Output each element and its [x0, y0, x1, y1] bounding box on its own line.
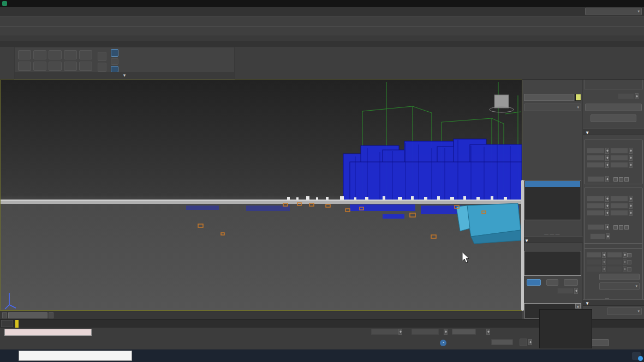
spinner[interactable] — [629, 196, 633, 202]
scroll-up-icon[interactable]: ▲ — [575, 304, 581, 309]
rot-y-from-field[interactable] — [587, 203, 605, 209]
x-coord-field[interactable] — [371, 329, 398, 335]
step-z-checkbox[interactable] — [624, 177, 629, 182]
spacing-spinner[interactable] — [635, 93, 639, 99]
viewport-display-header[interactable]: ▾ — [583, 299, 644, 306]
angle-y-checkbox[interactable] — [619, 225, 623, 230]
time-slider-handle[interactable] — [8, 312, 47, 318]
mini-curve-editor-icon[interactable] — [1, 320, 13, 327]
scale-x-from-field[interactable] — [586, 252, 601, 258]
spinner[interactable] — [605, 224, 609, 230]
stepping-angle-field[interactable] — [587, 224, 605, 230]
next-frame-button[interactable] — [49, 312, 53, 318]
maxscript-mini-listener[interactable] — [4, 329, 92, 336]
spacing-field[interactable] — [618, 93, 634, 99]
add-time-tag[interactable]: ◔ — [440, 340, 449, 346]
spinner[interactable] — [486, 329, 490, 335]
stack-item-coronascatter[interactable] — [525, 181, 580, 187]
step-y-checkbox[interactable] — [619, 177, 623, 182]
spinner[interactable] — [605, 196, 609, 202]
angle-x-checkbox[interactable] — [613, 225, 618, 230]
spinner[interactable] — [629, 148, 633, 154]
taskbar-search[interactable] — [19, 351, 132, 361]
spinner[interactable] — [444, 329, 448, 335]
no-map-button[interactable] — [599, 274, 640, 280]
spinner[interactable] — [623, 259, 627, 265]
ribbon-btn[interactable] — [98, 52, 106, 61]
spinner[interactable] — [602, 259, 606, 265]
prev-frame-button[interactable] — [2, 312, 7, 318]
stepping-distance-field[interactable] — [587, 176, 605, 182]
workspaces-dropdown[interactable]: ▾ — [585, 8, 642, 15]
spinner[interactable] — [605, 162, 609, 168]
scale-y-map-checkbox[interactable] — [627, 260, 631, 264]
objects-rollout-header[interactable]: ▾ — [522, 237, 583, 243]
trans-x-to-field[interactable] — [610, 148, 628, 154]
spinner[interactable] — [602, 252, 606, 258]
ribbon-btn[interactable] — [64, 62, 77, 71]
spinner[interactable] — [605, 176, 609, 182]
panel-scrollbar[interactable] — [521, 180, 524, 311]
trans-y-from-field[interactable] — [587, 155, 605, 161]
z-coord-field[interactable] — [452, 329, 476, 335]
rot-x-from-field[interactable] — [587, 196, 605, 202]
modifier-list-dropdown[interactable]: ▾ — [524, 104, 581, 111]
ribbon-btn[interactable] — [111, 58, 118, 65]
factor-field[interactable] — [557, 288, 574, 294]
scale-y-from-field[interactable] — [586, 259, 601, 265]
spinner[interactable] — [605, 148, 609, 154]
frame-number-field[interactable] — [491, 339, 513, 345]
spinner[interactable] — [606, 233, 610, 239]
distribute-objects-list[interactable] — [524, 251, 581, 276]
rot-x-to-field[interactable] — [610, 196, 628, 202]
ribbon-btn-highlight[interactable] — [111, 49, 118, 57]
trans-z-to-field[interactable] — [610, 162, 628, 168]
ribbon-btn[interactable] — [64, 50, 77, 59]
ribbon-btn[interactable] — [18, 50, 31, 59]
spinner[interactable] — [605, 210, 609, 216]
spinner[interactable] — [605, 155, 609, 161]
trans-y-to-field[interactable] — [610, 155, 628, 161]
notification-center-icon[interactable] — [632, 352, 641, 360]
rot-z-from-field[interactable] — [587, 210, 605, 216]
rot-y-to-field[interactable] — [610, 203, 628, 209]
ribbon-btn[interactable] — [49, 50, 62, 59]
spinner[interactable] — [398, 329, 402, 335]
panel-divider[interactable]: — — — — [544, 231, 559, 236]
scale-x-map-checkbox[interactable] — [627, 253, 631, 257]
spinner[interactable] — [629, 155, 633, 161]
ribbon-btn[interactable] — [33, 50, 46, 59]
ribbon-btn[interactable] — [98, 63, 106, 72]
convert-to-max-geometry-button[interactable] — [585, 104, 642, 111]
align-normal-field[interactable] — [590, 233, 605, 239]
trans-z-from-field[interactable] — [587, 162, 605, 168]
add-object-button[interactable] — [527, 279, 541, 286]
spinner[interactable] — [623, 266, 627, 272]
scale-y-to-field[interactable] — [607, 259, 622, 265]
object-color-swatch[interactable] — [575, 94, 581, 101]
viewport[interactable] — [0, 80, 522, 311]
step-x-checkbox[interactable] — [613, 177, 618, 182]
y-coord-field[interactable] — [412, 329, 439, 335]
scale-z-map-checkbox[interactable] — [627, 267, 631, 272]
scale-z-to-field[interactable] — [607, 266, 622, 272]
ribbon-btn[interactable] — [18, 62, 31, 71]
spinner[interactable] — [629, 210, 633, 216]
polygon-modeling-label[interactable]: ▾ — [15, 72, 234, 79]
ribbon-btn[interactable] — [49, 62, 62, 71]
key-mode-icon[interactable] — [520, 339, 527, 346]
map-mode-dropdown[interactable]: ▾ — [599, 282, 640, 290]
trans-x-from-field[interactable] — [587, 148, 605, 154]
ribbon-btn[interactable] — [79, 62, 92, 71]
current-frame-marker[interactable] — [15, 320, 19, 328]
scale-z-from-field[interactable] — [586, 266, 601, 272]
previz-type-dropdown[interactable]: ▾ — [607, 307, 642, 315]
factor-spinner[interactable] — [574, 288, 578, 294]
spinner[interactable] — [605, 203, 609, 209]
angle-z-checkbox[interactable] — [624, 225, 629, 230]
spinner[interactable] — [623, 252, 627, 258]
scatter-lister-button[interactable] — [591, 114, 636, 122]
spinner[interactable] — [602, 266, 606, 272]
spinner[interactable] — [629, 203, 633, 209]
scale-x-to-field[interactable] — [607, 252, 622, 258]
